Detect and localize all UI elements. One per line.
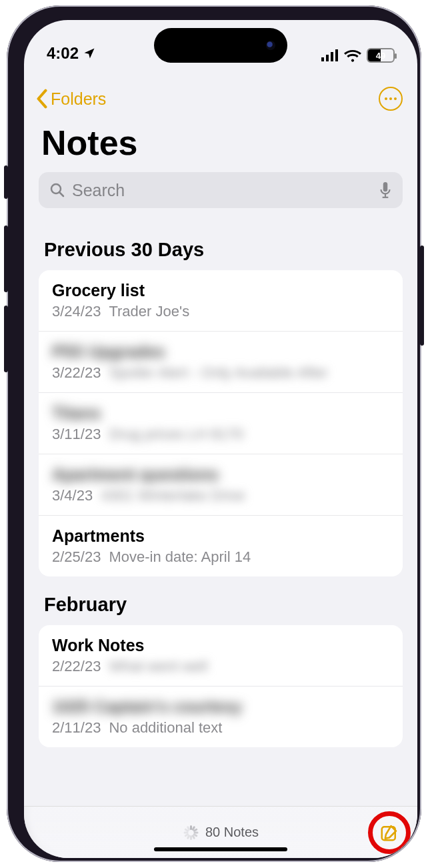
more-options-button[interactable] [379,87,403,111]
cellular-icon [321,49,339,61]
svg-line-5 [59,192,63,196]
note-row[interactable]: Apartment questions 3/4/234301 Winterlak… [39,454,403,516]
wifi-icon [344,49,361,62]
note-title: Work Notes [52,636,389,655]
page-title: Notes [24,116,417,172]
note-title: Apartment questions [52,465,389,484]
svg-rect-1 [326,55,329,61]
phone-frame: 4:02 49 Folders Notes [7,5,421,862]
annotation-highlight [368,811,411,854]
notes-group: Work Notes 2/22/23What went well 1025 Ca… [39,625,403,747]
note-preview: No additional text [109,719,222,737]
battery-icon: 49 [367,48,395,63]
note-title: 1025 Captain's courtesy [52,697,389,717]
notes-list[interactable]: Previous 30 Days Grocery list 3/24/23Tra… [24,222,417,747]
note-title: P5S Upgrades [52,342,389,362]
section-header: February [39,576,403,625]
compose-button[interactable] [379,823,399,843]
svg-rect-3 [335,49,338,61]
search-icon [49,182,65,198]
svg-rect-6 [383,182,388,191]
search-placeholder: Search [72,181,372,200]
note-date: 2/25/23 [52,548,101,566]
note-title: Apartments [52,526,389,546]
back-label: Folders [51,89,106,109]
note-date: 3/22/23 [52,364,101,382]
note-date: 3/4/23 [52,487,93,504]
svg-rect-2 [331,52,333,61]
ellipsis-icon [385,97,397,100]
note-title: Grocery list [52,281,389,300]
side-button [4,165,8,199]
svg-rect-0 [321,57,324,61]
phone-screen: 4:02 49 Folders Notes [24,20,417,858]
note-date: 2/11/23 [52,719,101,737]
note-date: 2/22/23 [52,658,101,675]
note-title: Titans [52,404,389,423]
search-input[interactable]: Search [39,172,403,208]
note-date: 3/11/23 [52,426,101,443]
note-row[interactable]: Titans 3/11/23Drug prices LH 8170 [39,393,403,454]
chevron-left-icon [36,89,48,109]
loading-spinner-icon [183,825,197,840]
note-preview: 4301 Winterlake Drive [101,487,245,504]
volume-down-button [4,306,8,372]
note-date: 3/24/23 [52,303,101,320]
battery-percent: 49 [368,51,393,61]
section-header: Previous 30 Days [39,222,403,270]
location-icon [83,47,96,60]
note-row[interactable]: P5S Upgrades 3/22/23Spoiler Alert - Only… [39,332,403,393]
back-button[interactable]: Folders [36,89,106,109]
note-preview: What went well [109,658,207,675]
note-row[interactable]: Work Notes 2/22/23What went well [39,625,403,687]
note-preview: Move-in date: April 14 [109,548,251,566]
status-time: 4:02 [47,44,79,63]
note-preview: Drug prices LH 8170 [109,426,243,443]
home-indicator[interactable] [154,847,287,851]
power-button [420,246,424,346]
volume-up-button [4,226,8,292]
note-preview: Spoiler Alert - Only Available After [109,364,328,382]
microphone-icon[interactable] [379,181,392,199]
note-row[interactable]: Apartments 2/25/23Move-in date: April 14 [39,516,403,576]
note-row[interactable]: Grocery list 3/24/23Trader Joe's [39,270,403,332]
note-row[interactable]: 1025 Captain's courtesy 2/11/23No additi… [39,687,403,747]
notes-count: 80 Notes [205,825,259,840]
notes-group: Grocery list 3/24/23Trader Joe's P5S Upg… [39,270,403,576]
nav-bar: Folders [24,67,417,116]
note-preview: Trader Joe's [109,303,189,320]
status-bar: 4:02 49 [24,20,417,67]
